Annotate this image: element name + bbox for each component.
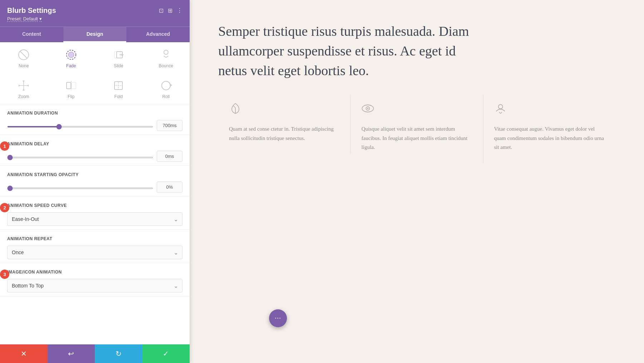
image-icon-animation-select-wrap: Bottom To Top Top To Bottom Left To Righ… <box>7 279 182 292</box>
animation-delay-label: Animation Delay <box>7 141 182 146</box>
animation-opacity-value[interactable]: 0% <box>157 182 182 193</box>
anim-none[interactable]: None <box>0 42 48 73</box>
svg-rect-5 <box>114 52 120 58</box>
animation-duration-slider-wrap <box>7 122 153 129</box>
flip-icon <box>65 79 78 92</box>
panel-body: None Fade <box>0 42 190 344</box>
animation-speed-label: Animation Speed Curve <box>7 203 182 208</box>
animation-duration-section: Animation Duration 700ms <box>0 104 190 135</box>
svg-point-23 <box>367 108 369 109</box>
animation-opacity-section: Animation Starting Opacity 0% <box>0 166 190 197</box>
animation-opacity-label: Animation Starting Opacity <box>7 172 182 177</box>
anim-bounce-label: Bounce <box>158 63 173 68</box>
card-1-icon <box>229 102 340 117</box>
animation-delay-section: 1 Animation Delay 0ms <box>0 135 190 166</box>
animation-duration-slider[interactable] <box>7 126 153 127</box>
image-icon-animation-select[interactable]: Bottom To Top Top To Bottom Left To Righ… <box>7 279 182 292</box>
panel-title: Blurb Settings <box>7 6 56 15</box>
undo-icon: ↩ <box>68 349 74 358</box>
card-2-icon <box>361 102 472 117</box>
animation-speed-select-wrap: Ease-In-Out Linear Ease-In Ease-Out <box>7 212 182 226</box>
redo-icon: ↻ <box>116 349 122 358</box>
anim-roll-label: Roll <box>162 94 170 99</box>
anim-zoom-label: Zoom <box>18 94 29 99</box>
slide-icon <box>112 48 125 61</box>
animation-speed-section: 2 Animation Speed Curve Ease-In-Out Line… <box>0 197 190 230</box>
svg-rect-15 <box>67 82 71 89</box>
hero-text: Semper tristique risus turpis malesuada.… <box>218 21 487 81</box>
action-bar: ✕ ↩ ↻ ✓ <box>0 344 190 363</box>
animation-opacity-slider-wrap <box>7 184 153 190</box>
svg-marker-13 <box>23 81 25 82</box>
animation-opacity-slider[interactable] <box>7 188 153 189</box>
svg-marker-20 <box>170 84 172 87</box>
cards-row: Quam at sed conse ctetur in. Tristique a… <box>218 95 615 163</box>
animation-duration-row: 700ms <box>7 120 182 131</box>
save-button[interactable]: ✓ <box>142 344 190 363</box>
step-badge-1: 1 <box>0 141 9 151</box>
svg-rect-16 <box>72 82 76 89</box>
settings-panel: Blurb Settings Preset: Default ▾ ⊡ ⊞ ⋮ C… <box>0 0 190 363</box>
tab-advanced[interactable]: Advanced <box>126 27 190 42</box>
card-3-text: Vitae consequat augue. Vivamus eget dolo… <box>494 125 605 152</box>
animation-duration-value[interactable]: 700ms <box>157 120 182 131</box>
more-icon[interactable]: ⋮ <box>177 7 182 14</box>
split-icon[interactable]: ⊞ <box>168 7 172 14</box>
anim-slide[interactable]: Slide <box>95 42 142 73</box>
anim-roll[interactable]: Roll <box>142 73 190 104</box>
anim-fold[interactable]: Fold <box>95 73 142 104</box>
anim-fade-label: Fade <box>66 63 76 68</box>
fade-icon <box>65 48 78 61</box>
panel-header-icons: ⊡ ⊞ ⋮ <box>159 7 182 14</box>
animation-repeat-select[interactable]: Once Loop Never <box>7 246 182 259</box>
card-3-icon <box>494 102 605 117</box>
fold-icon <box>112 79 125 92</box>
anim-flip-label: Flip <box>68 94 74 99</box>
animation-speed-select[interactable]: Ease-In-Out Linear Ease-In Ease-Out <box>7 212 182 226</box>
fab-button[interactable]: ··· <box>269 309 287 327</box>
roll-icon <box>160 79 172 92</box>
anim-none-label: None <box>19 63 29 68</box>
svg-line-1 <box>20 51 27 58</box>
svg-point-8 <box>164 50 168 54</box>
svg-marker-14 <box>23 89 25 91</box>
card-1: Quam at sed conse ctetur in. Tristique a… <box>218 95 351 154</box>
anim-fold-label: Fold <box>114 94 123 99</box>
fab-icon: ··· <box>275 314 281 323</box>
animation-delay-slider[interactable] <box>7 157 153 158</box>
svg-marker-11 <box>19 84 20 87</box>
animation-delay-value[interactable]: 0ms <box>157 151 182 162</box>
anim-slide-label: Slide <box>114 63 123 68</box>
cancel-button[interactable]: ✕ <box>0 344 48 363</box>
svg-point-3 <box>68 52 74 58</box>
save-icon: ✓ <box>163 349 169 358</box>
panel-preset[interactable]: Preset: Default ▾ <box>7 16 56 21</box>
anim-fade[interactable]: Fade <box>48 42 95 73</box>
panel-header: Blurb Settings Preset: Default ▾ ⊡ ⊞ ⋮ <box>0 0 190 26</box>
panel-title-block: Blurb Settings Preset: Default ▾ <box>7 6 56 21</box>
image-icon-animation-label: Image/Icon Animation <box>7 270 182 275</box>
zoom-icon <box>17 79 30 92</box>
tab-bar: Content Design Advanced <box>0 26 190 42</box>
undo-button[interactable]: ↩ <box>48 344 95 363</box>
anim-bounce[interactable]: Bounce <box>142 42 190 73</box>
tab-design[interactable]: Design <box>63 27 127 42</box>
fullscreen-icon[interactable]: ⊡ <box>159 7 164 14</box>
redo-button[interactable]: ↻ <box>95 344 142 363</box>
animation-repeat-section: Animation Repeat Once Loop Never <box>0 230 190 263</box>
anim-zoom[interactable]: Zoom <box>0 73 48 104</box>
card-2-text: Quisque aliquet velit sit amet sem inter… <box>361 125 472 152</box>
animation-repeat-label: Animation Repeat <box>7 236 182 241</box>
svg-marker-12 <box>27 84 29 87</box>
anim-flip[interactable]: Flip <box>48 73 95 104</box>
main-content: Semper tristique risus turpis malesuada.… <box>190 0 644 363</box>
step-badge-2: 2 <box>0 203 9 212</box>
animation-delay-row: 0ms <box>7 151 182 162</box>
tab-content[interactable]: Content <box>0 27 63 42</box>
card-1-text: Quam at sed conse ctetur in. Tristique a… <box>229 125 340 143</box>
animation-type-grid: None Fade <box>0 42 190 104</box>
cancel-icon: ✕ <box>21 349 27 358</box>
animation-duration-label: Animation Duration <box>7 111 182 116</box>
none-icon <box>17 48 30 61</box>
step-badge-3: 3 <box>0 270 9 279</box>
